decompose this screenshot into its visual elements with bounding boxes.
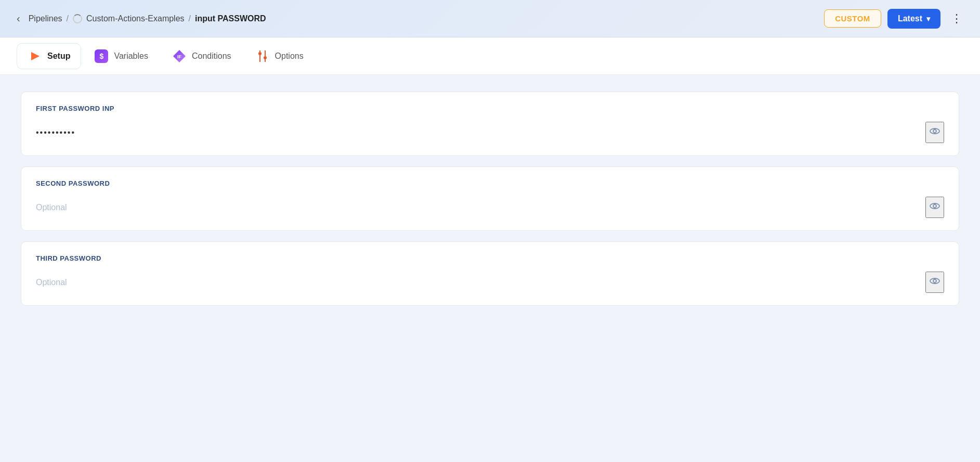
breadcrumb: Pipelines / Custom-Actions-Examples / in… <box>29 14 266 23</box>
second-password-toggle-visibility[interactable] <box>925 197 944 218</box>
svg-point-9 <box>933 130 936 133</box>
second-password-label: SECOND PASSWORD <box>36 179 944 187</box>
back-button[interactable]: ‹ <box>12 10 24 27</box>
header-right: CUSTOM Latest ▾ ⋮ <box>824 9 968 29</box>
svg-text:IF: IF <box>177 54 182 59</box>
breadcrumb-current: input PASSWORD <box>195 14 266 23</box>
tab-options-label: Options <box>275 52 304 61</box>
tab-setup[interactable]: Setup <box>17 43 81 69</box>
eye-icon <box>929 275 941 287</box>
latest-label: Latest <box>898 14 922 23</box>
third-password-placeholder[interactable]: Optional <box>36 278 67 287</box>
eye-icon <box>929 200 941 212</box>
third-password-label: THIRD PASSWORD <box>36 254 944 262</box>
first-password-row: •••••••••• <box>36 122 944 143</box>
tab-bar: Setup $ Variables IF Conditions <box>0 37 980 75</box>
chevron-down-icon: ▾ <box>926 15 930 23</box>
svg-point-13 <box>933 279 936 283</box>
conditions-icon: IF <box>172 49 187 63</box>
eye-icon <box>929 125 941 137</box>
header: ‹ Pipelines / Custom-Actions-Examples / … <box>0 0 980 37</box>
header-left: ‹ Pipelines / Custom-Actions-Examples / … <box>12 10 266 27</box>
options-icon <box>255 49 270 63</box>
variables-icon: $ <box>94 49 109 63</box>
breadcrumb-project[interactable]: Custom-Actions-Examples <box>86 14 185 23</box>
tab-variables[interactable]: $ Variables <box>83 43 159 69</box>
breadcrumb-pipelines[interactable]: Pipelines <box>29 14 62 23</box>
third-password-toggle-visibility[interactable] <box>925 272 944 293</box>
latest-button[interactable]: Latest ▾ <box>887 9 940 29</box>
second-password-placeholder[interactable]: Optional <box>36 203 67 212</box>
breadcrumb-sep2: / <box>189 14 191 23</box>
tab-variables-label: Variables <box>114 52 148 61</box>
breadcrumb-spinner-icon <box>73 14 82 23</box>
svg-point-5 <box>264 56 267 59</box>
main-content: FIRST PASSWORD INP •••••••••• SECOND PAS… <box>0 75 980 462</box>
more-options-button[interactable]: ⋮ <box>947 10 968 28</box>
svg-point-2 <box>258 52 262 55</box>
tab-options[interactable]: Options <box>244 43 315 69</box>
custom-badge: CUSTOM <box>824 9 881 28</box>
third-password-card: THIRD PASSWORD Optional <box>21 241 959 306</box>
second-password-card: SECOND PASSWORD Optional <box>21 166 959 231</box>
first-password-value[interactable]: •••••••••• <box>36 128 75 137</box>
first-password-toggle-visibility[interactable] <box>925 122 944 143</box>
svg-point-11 <box>933 204 936 208</box>
back-icon: ‹ <box>17 12 20 24</box>
tab-setup-label: Setup <box>47 52 70 61</box>
setup-icon <box>28 49 42 63</box>
first-password-card: FIRST PASSWORD INP •••••••••• <box>21 92 959 156</box>
tab-conditions[interactable]: IF Conditions <box>161 43 242 69</box>
second-password-row: Optional <box>36 197 944 218</box>
conditions-diamond-icon: IF <box>172 49 187 63</box>
more-icon: ⋮ <box>951 12 963 25</box>
play-icon <box>31 52 40 60</box>
breadcrumb-sep1: / <box>67 14 69 23</box>
vars-s-icon: $ <box>95 49 108 63</box>
first-password-label: FIRST PASSWORD INP <box>36 105 944 112</box>
third-password-row: Optional <box>36 272 944 293</box>
sliders-icon <box>256 49 269 63</box>
tab-conditions-label: Conditions <box>192 52 231 61</box>
